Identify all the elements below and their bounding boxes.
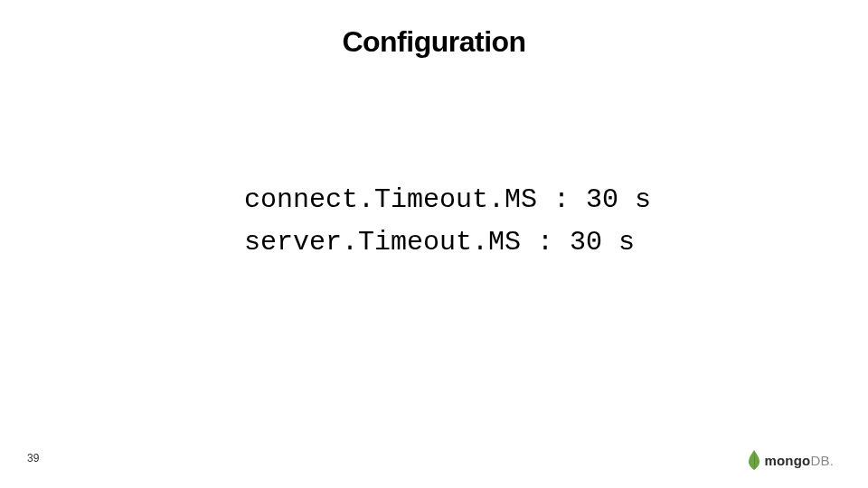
slide-title: Configuration: [0, 25, 868, 59]
logo-text-bold: mongo: [764, 453, 810, 468]
config-line-1: connect.Timeout.MS : 30 s: [244, 179, 651, 221]
logo-text: mongoDB.: [764, 453, 834, 468]
slide-number: 39: [27, 452, 39, 465]
config-block: connect.Timeout.MS : 30 s server.Timeout…: [244, 179, 651, 263]
logo-text-light: DB.: [810, 453, 834, 468]
leaf-icon: [748, 450, 760, 470]
config-line-2: server.Timeout.MS : 30 s: [244, 221, 651, 264]
mongodb-logo: mongoDB.: [748, 450, 834, 470]
